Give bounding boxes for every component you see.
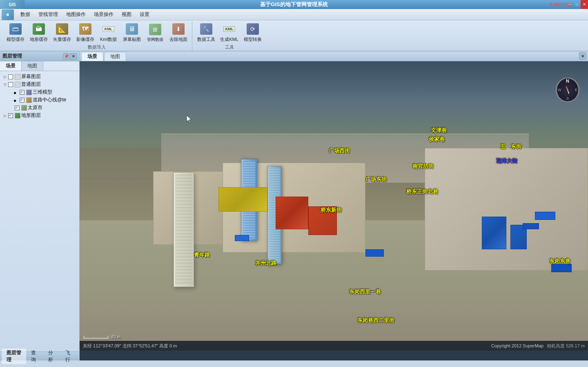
- tree-label-3d-model: 三维模型: [33, 89, 52, 96]
- toolbar: 🗃 模型缓存 🏔 地形缓存 📐 矢量缓存 🗺 影像缓存: [0, 20, 588, 51]
- tab-analysis[interactable]: 分析: [43, 349, 60, 364]
- menu-item-数据[interactable]: 数据: [16, 10, 34, 19]
- remove-ground-button[interactable]: ⬇ 去除地面: [167, 21, 189, 44]
- checkbox-normal-layer[interactable]: [8, 82, 13, 87]
- maximize-button[interactable]: □: [573, 0, 581, 9]
- tree-item-terrain-layer[interactable]: ▷ 地形图层: [2, 112, 77, 119]
- tree-item-normal-layer[interactable]: ▽ 普通图层: [2, 81, 77, 88]
- map-view[interactable]: 场景 地图 ✕: [80, 51, 588, 360]
- menu-item-视图[interactable]: 视图: [118, 10, 136, 19]
- scale-label: 83 m: [111, 335, 120, 339]
- tab-layer-mgmt[interactable]: 图层管理: [2, 349, 26, 364]
- expand-icon-terrain[interactable]: ▷: [2, 113, 7, 118]
- tree-label-screen-layer: 屏幕图层: [21, 73, 41, 80]
- window-controls: ─ □ ✕: [566, 0, 588, 9]
- toolbar-tools-items: 🔧 数据工具 KML 生成KML ⟳ 模型转换: [195, 21, 264, 44]
- toolbar-import-items: 🗃 模型缓存 🏔 地形缓存 📐 矢量缓存 🗺 影像缓存: [4, 21, 189, 44]
- tab-map[interactable]: 地图: [22, 61, 43, 71]
- generate-kml-button[interactable]: KML 生成KML: [218, 21, 241, 44]
- model-convert-button[interactable]: ⟳ 模型转换: [241, 21, 264, 44]
- minimize-button[interactable]: ─: [566, 0, 573, 9]
- tree-label-terrain-layer: 地形图层: [21, 112, 41, 119]
- menu-item-地图操作[interactable]: 地图操作: [62, 10, 90, 19]
- tree-item-road-center[interactable]: ● 道路中心线@te: [2, 96, 77, 104]
- tree-item-3d-model[interactable]: ● 三维模型: [2, 88, 77, 96]
- tab-scene[interactable]: 场景: [0, 61, 22, 71]
- sidebar: 图层管理 📌 ✕ 场景 地图 ▷ 屏幕图层 ▽: [0, 51, 80, 360]
- tree-item-taiyuan[interactable]: 太原市: [2, 104, 77, 112]
- tree-label-road-center: 道路中心线@te: [33, 96, 66, 103]
- layer-tabs: 场景 地图: [0, 61, 79, 71]
- sidebar-close-button[interactable]: ✕: [70, 53, 77, 60]
- checkbox-terrain-layer[interactable]: [8, 113, 13, 118]
- sidebar-header-buttons: 📌 ✕: [63, 53, 77, 60]
- north-label: N: [566, 78, 569, 83]
- sidebar-pin-button[interactable]: 📌: [63, 53, 69, 60]
- map-close-button[interactable]: ✕: [579, 52, 586, 60]
- tree-item-screen-layer[interactable]: ▷ 屏幕图层: [2, 73, 77, 81]
- sidebar-title: 图层管理: [2, 53, 22, 60]
- screen-map-button[interactable]: 🖥 屏幕贴图: [120, 21, 143, 44]
- tools-group-label: 工具: [195, 44, 264, 51]
- bottom-tabs: 图层管理 查询 分析 飞行: [0, 351, 79, 360]
- terrain-cache-button[interactable]: 🏔 地形缓存: [27, 21, 50, 44]
- menubar-items: 数据管线管理地图操作场景操作视图设置: [16, 10, 154, 19]
- camera-height: 相机高度 528.17 m: [547, 343, 585, 349]
- status-bar: 东经 112°33′47.09″ 北纬 37°52′51.47″ 高度 0 m …: [80, 341, 588, 351]
- scale-bar: 83 m: [84, 335, 120, 339]
- grid-data-button[interactable]: ⊞ 管网数据: [144, 21, 166, 44]
- toolbar-row: 🗃 模型缓存 🏔 地形缓存 📐 矢量缓存 🗺 影像缓存: [0, 20, 588, 51]
- layer-tree: ▷ 屏幕图层 ▽ 普通图层 ● 三维模型: [0, 71, 79, 351]
- menu-item-设置[interactable]: 设置: [136, 10, 154, 19]
- tab-query[interactable]: 查询: [26, 349, 43, 364]
- menu-item-场景操作[interactable]: 场景操作: [90, 10, 118, 19]
- map-tabs: 场景 地图 ✕: [80, 51, 588, 61]
- tree-label-taiyuan: 太原市: [28, 104, 42, 111]
- menu-item-管线管理[interactable]: 管线管理: [34, 10, 62, 19]
- window-title: 基于GIS的地下管网管理系统: [260, 1, 327, 8]
- close-button[interactable]: ✕: [581, 0, 588, 9]
- map-tab-map[interactable]: 地图: [104, 52, 126, 61]
- menubar: ▣ 数据管线管理地图操作场景操作视图设置: [0, 9, 588, 20]
- image-cache-button[interactable]: 🗺 影像缓存: [74, 21, 96, 44]
- sidebar-header: 图层管理 📌 ✕: [0, 51, 79, 61]
- model-cache-button[interactable]: 🗃 模型缓存: [4, 21, 27, 44]
- toolbar-group-tools: 🔧 数据工具 KML 生成KML ⟳ 模型转换 工具: [192, 21, 266, 51]
- app-logo: GIS: [0, 0, 24, 9]
- map-tab-scene[interactable]: 场景: [81, 52, 103, 61]
- copyright-text: Copyright 2012 SuperMap: [491, 343, 543, 348]
- kml-data-button[interactable]: KML Kml数据: [97, 21, 120, 44]
- expand-icon-normal[interactable]: ▽: [2, 82, 7, 87]
- tab-fly[interactable]: 飞行: [60, 349, 78, 364]
- vector-cache-button[interactable]: 📐 矢量缓存: [51, 21, 73, 44]
- app-icon: ▣: [2, 9, 14, 20]
- tree-label-normal-layer: 普通图层: [21, 81, 41, 88]
- main-area: 图层管理 📌 ✕ 场景 地图 ▷ 屏幕图层 ▽: [0, 51, 588, 360]
- import-group-label: 数据导入: [4, 44, 189, 51]
- city-canvas: 文津巷 侯家巷 广场西街 五 东街 迎泽大街 南官坊街 广场东街 桥东正街北巷 …: [80, 61, 588, 351]
- checkbox-screen-layer[interactable]: [8, 74, 13, 79]
- expand-icon[interactable]: ▷: [2, 74, 7, 79]
- toolbar-group-import: 🗃 模型缓存 🏔 地形缓存 📐 矢量缓存 🗺 影像缓存: [2, 21, 192, 51]
- checkbox-taiyuan[interactable]: [15, 105, 20, 110]
- data-tool-button[interactable]: 🔧 数据工具: [195, 21, 217, 44]
- titlebar: GIS 基于GIS的地下管网管理系统 0:40/12:36 ─ □ ✕: [0, 0, 588, 9]
- compass-widget: N S W E: [555, 78, 580, 102]
- coordinates-display: 东经 112°33′47.09″ 北纬 37°52′51.47″ 高度 0 m: [83, 343, 177, 349]
- checkbox-3d-model[interactable]: [20, 90, 24, 95]
- checkbox-road-center[interactable]: [20, 98, 24, 103]
